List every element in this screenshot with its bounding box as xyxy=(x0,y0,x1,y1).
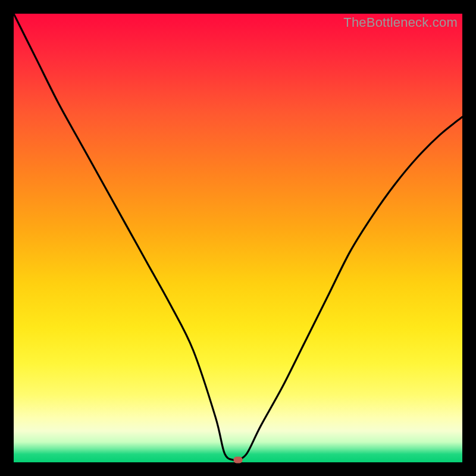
optimal-point-marker xyxy=(234,457,243,464)
watermark-text: TheBottleneck.com xyxy=(343,15,458,30)
chart-frame: TheBottleneck.com xyxy=(0,0,476,476)
bottleneck-curve xyxy=(14,14,462,462)
plot-area: TheBottleneck.com xyxy=(14,14,462,462)
